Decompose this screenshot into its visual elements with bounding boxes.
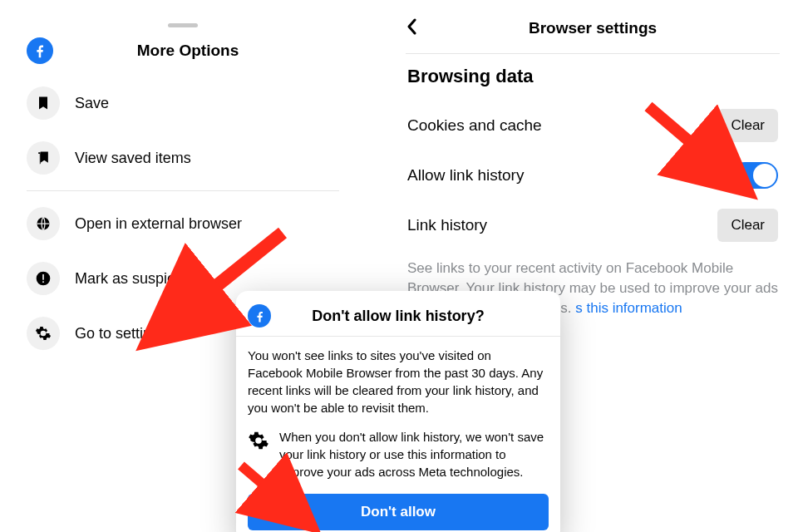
menu-item-label: Save xyxy=(75,95,109,112)
menu-item-view-saved[interactable]: View saved items xyxy=(27,131,339,185)
row-label: Allow link history xyxy=(407,166,524,185)
section-heading: Browsing data xyxy=(407,66,780,87)
modal-body-text: You won't see links to sites you've visi… xyxy=(248,347,549,416)
description-link[interactable]: s this information xyxy=(575,300,682,316)
dont-allow-button[interactable]: Don't allow xyxy=(248,494,549,530)
svg-rect-2 xyxy=(42,274,44,280)
alert-circle-icon xyxy=(27,262,60,295)
menu-item-label: Open in external browser xyxy=(75,215,242,233)
sheet-title: More Options xyxy=(27,42,349,60)
clear-link-history-button[interactable]: Clear xyxy=(717,209,778,242)
gear-icon xyxy=(248,430,269,451)
sheet-grabber[interactable] xyxy=(168,23,198,27)
header-divider xyxy=(406,53,780,54)
menu-divider xyxy=(27,190,339,191)
allow-link-history-toggle[interactable] xyxy=(732,162,778,189)
menu-item-label: Go to settings xyxy=(75,325,167,342)
modal-divider xyxy=(236,336,560,337)
modal-info-text: When you don't allow link history, we wo… xyxy=(279,428,549,480)
row-cookies-cache: Cookies and cache Clear xyxy=(406,99,780,152)
menu-item-open-external[interactable]: Open in external browser xyxy=(27,196,339,251)
screen-title: Browser settings xyxy=(406,19,780,37)
row-label: Cookies and cache xyxy=(407,116,542,135)
gear-icon xyxy=(27,317,60,350)
menu-item-label: Mark as suspicious xyxy=(75,270,202,288)
dont-allow-link-history-modal: Don't allow link history? You won't see … xyxy=(236,291,560,532)
modal-title: Don't allow link history? xyxy=(248,308,549,325)
row-link-history: Link history Clear xyxy=(406,199,780,252)
browser-settings-screen: Browser settings Browsing data Cookies a… xyxy=(406,15,780,318)
globe-icon xyxy=(27,207,60,240)
clear-cookies-button[interactable]: Clear xyxy=(717,109,778,142)
menu-item-label: View saved items xyxy=(75,150,191,167)
bookmark-icon xyxy=(27,86,60,120)
svg-rect-3 xyxy=(42,281,44,283)
toggle-knob xyxy=(753,164,776,187)
row-label: Link history xyxy=(407,216,487,234)
row-allow-link-history: Allow link history xyxy=(406,152,780,199)
menu-item-save[interactable]: Save xyxy=(27,76,339,131)
bookmark-collection-icon xyxy=(27,141,60,175)
